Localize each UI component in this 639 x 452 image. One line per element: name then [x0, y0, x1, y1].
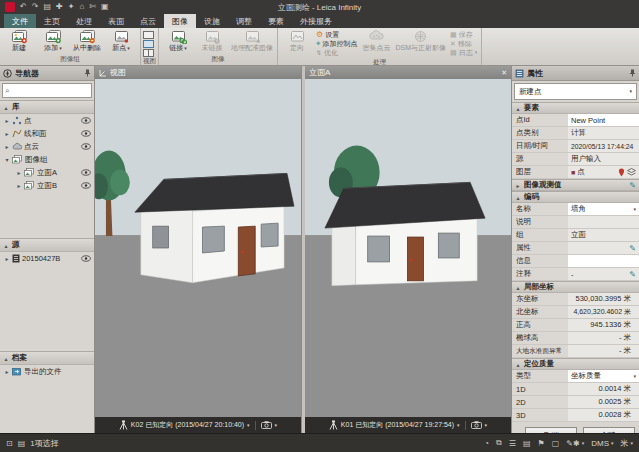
search-input[interactable] — [11, 85, 89, 96]
section-position-quality[interactable]: ▴ 定位质量 — [512, 358, 639, 370]
link-button[interactable]: 链接▾ — [161, 29, 195, 52]
list-icon[interactable]: ☰ — [509, 439, 516, 448]
pin-icon[interactable] — [629, 69, 636, 77]
dense-point-cloud-button[interactable]: 密集点云 — [360, 29, 394, 52]
tab-home[interactable]: 主页 — [36, 14, 68, 28]
tab-imaging[interactable]: 图像 — [164, 14, 196, 28]
view-grid-button[interactable] — [143, 49, 154, 57]
visibility-eye-icon[interactable] — [81, 143, 91, 150]
expand-icon[interactable]: ▸ — [4, 130, 10, 137]
dropdown-caret-icon[interactable]: ▾ — [275, 423, 278, 428]
new-image-group-button[interactable]: 新建 — [2, 29, 36, 52]
tree-item-image-group[interactable]: ▾ 图像组 — [0, 153, 94, 166]
note-edit[interactable]: -✎ — [568, 268, 639, 280]
tree-item-facade-b[interactable]: ▸ 立面B — [0, 179, 94, 192]
orient-button[interactable]: 定向 — [280, 29, 314, 52]
tab-infrastructure[interactable]: 设施 — [196, 14, 228, 28]
navigator-search[interactable]: ⌕ — [2, 83, 92, 98]
section-feature[interactable]: ▴ 要素 — [512, 102, 639, 114]
expand-icon[interactable]: ▸ — [4, 368, 10, 375]
tree-item-exported-files[interactable]: ▸ 导出的文件 — [0, 365, 94, 378]
pencil-icon[interactable]: ✎ — [629, 244, 636, 253]
expand-icon[interactable]: ▾ — [4, 156, 10, 163]
selection-mode-icon[interactable]: ⊡ — [6, 439, 13, 448]
inspector-icon[interactable]: ▤ — [18, 439, 26, 448]
redo-icon[interactable]: ↷ — [32, 1, 39, 13]
view-single-button[interactable] — [143, 31, 154, 39]
close-icon[interactable]: ✕ — [501, 69, 507, 77]
snap-settings-dropdown[interactable]: ✎✱ ▾ — [566, 439, 584, 448]
georeference-image-button[interactable]: 地理配准图像 — [229, 29, 275, 52]
log-button[interactable]: ▤日志▾ — [450, 48, 477, 57]
section-source[interactable]: ▴ 源 — [0, 238, 94, 252]
map-pin-icon[interactable] — [618, 168, 625, 177]
tree-item-points[interactable]: ▸ 点 — [0, 114, 94, 127]
section-library[interactable]: ▴ 库 — [0, 100, 94, 114]
distance-unit-dropdown[interactable]: 米 ▾ — [620, 438, 633, 449]
view-3d-header[interactable]: 视图 — [95, 66, 301, 79]
section-image-observations[interactable]: ▸ 图像观测值 ✎ — [512, 179, 639, 191]
dsm-orthophoto-button[interactable]: DSM与正射影像 — [394, 29, 449, 52]
attributes-edit[interactable]: ✎ — [568, 242, 639, 254]
code-name-dropdown[interactable]: 墙角▾ — [568, 203, 639, 215]
info-input[interactable] — [568, 255, 639, 267]
new-point-selector[interactable]: 新建点 ▾ — [514, 83, 637, 100]
tab-file[interactable]: 文件 — [4, 14, 36, 28]
cut-icon[interactable]: ✄ — [89, 1, 96, 13]
expand-icon[interactable]: ▸ — [4, 117, 10, 124]
pencil-icon[interactable]: ✎ — [629, 181, 636, 190]
quality-type-dropdown[interactable]: 坐标质量▾ — [568, 370, 639, 382]
expand-icon[interactable]: ▸ — [16, 169, 22, 176]
tree-item-facade-a[interactable]: ▸ 立面A — [0, 166, 94, 179]
layout-icon[interactable]: ▣ — [101, 1, 109, 13]
visibility-eye-icon[interactable] — [81, 255, 91, 262]
tree-item-lines-areas[interactable]: ▸ 线和面 — [0, 127, 94, 140]
view-facade-a-header[interactable]: 立面A ✕ — [305, 66, 511, 79]
section-coding[interactable]: ▴ 编码 — [512, 191, 639, 203]
pin-icon[interactable] — [84, 69, 91, 77]
log-panel-icon[interactable]: ▤ — [523, 439, 531, 448]
view-split-button[interactable] — [143, 40, 154, 48]
folder-icon[interactable]: ▢ — [552, 439, 560, 448]
optimize-button[interactable]: ↯优化 — [316, 48, 358, 57]
unlink-button[interactable]: 未链接 — [195, 29, 229, 52]
pencil-icon[interactable]: ✎ — [629, 270, 636, 279]
dropdown-caret-icon[interactable]: ▾ — [457, 423, 460, 428]
expand-icon[interactable]: ▸ — [4, 143, 10, 150]
section-local-coordinates[interactable]: ▴ 局部坐标 — [512, 281, 639, 293]
point-id-input[interactable]: New Point — [568, 114, 639, 126]
station-selector[interactable]: K02 已知定向 (2015/04/27 20:10:40) — [131, 420, 244, 430]
tab-processing[interactable]: 处理 — [68, 14, 100, 28]
visibility-eye-icon[interactable] — [81, 117, 91, 124]
camera-icon[interactable] — [261, 421, 272, 429]
visibility-eye-icon[interactable] — [81, 130, 91, 137]
section-archive[interactable]: ▴ 档案 — [0, 351, 94, 365]
home-icon[interactable]: ⌂ — [79, 1, 84, 13]
dropdown-caret-icon[interactable]: ▾ — [247, 423, 250, 428]
flag-icon[interactable]: ⚑ — [538, 439, 545, 448]
tab-adjustments[interactable]: 调整 — [228, 14, 260, 28]
visibility-eye-icon[interactable] — [81, 182, 91, 189]
expand-icon[interactable]: ▸ — [16, 182, 22, 189]
camera-icon[interactable] — [471, 421, 482, 429]
tree-item-source-file[interactable]: ▸ 20150427B — [0, 252, 94, 265]
tab-services[interactable]: 外接服务 — [292, 14, 340, 28]
tools-icon[interactable]: ✦ — [68, 1, 75, 13]
view-facade-a-canvas[interactable] — [305, 79, 511, 417]
tree-item-point-clouds[interactable]: ▸ 点云 — [0, 140, 94, 153]
tab-surfaces[interactable]: 表面 — [100, 14, 132, 28]
windows-icon[interactable]: ⧉ — [496, 438, 502, 448]
time-icon[interactable]: ◔ — [484, 439, 489, 448]
new-point-button[interactable]: 新点▾ — [104, 29, 138, 52]
tab-features[interactable]: 要素 — [260, 14, 292, 28]
remove-from-group-button[interactable]: 从中删除 — [70, 29, 104, 52]
dropdown-caret-icon[interactable]: ▾ — [485, 423, 488, 428]
angle-unit-dropdown[interactable]: DMS ▾ — [591, 439, 613, 448]
report-icon[interactable]: ▤ — [43, 1, 51, 13]
undo-icon[interactable]: ↶ — [20, 1, 27, 13]
layers-icon[interactable] — [627, 168, 636, 176]
expand-icon[interactable]: ▸ — [4, 255, 10, 262]
tab-pointclouds[interactable]: 点云 — [132, 14, 164, 28]
add-icon[interactable]: ✚ — [56, 1, 63, 13]
visibility-eye-icon[interactable] — [81, 169, 91, 176]
